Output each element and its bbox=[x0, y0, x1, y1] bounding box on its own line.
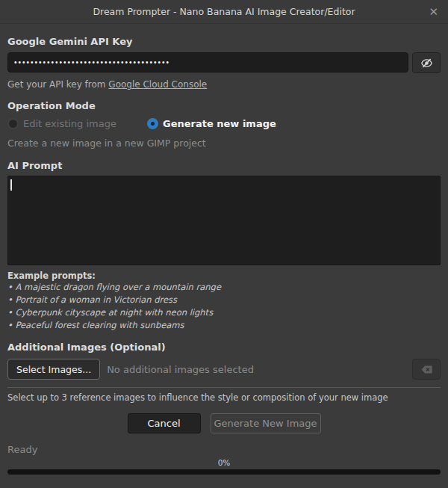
backspace-clear-icon bbox=[420, 363, 433, 376]
example-prompt-item: • Peaceful forest clearing with sunbeams bbox=[7, 319, 441, 332]
operation-mode-options: Edit existing image Generate new image bbox=[7, 118, 441, 129]
text-cursor bbox=[10, 179, 12, 191]
google-cloud-console-link[interactable]: Google Cloud Console bbox=[108, 79, 207, 90]
operation-mode-label: Operation Mode bbox=[7, 100, 441, 111]
status-text: Ready bbox=[7, 444, 441, 455]
api-key-label: Google Gemini API Key bbox=[7, 36, 441, 47]
radio-generate-new-image[interactable]: Generate new image bbox=[147, 118, 276, 129]
toggle-visibility-button[interactable] bbox=[412, 52, 441, 73]
cancel-button[interactable]: Cancel bbox=[128, 413, 201, 433]
select-images-button[interactable]: Select Images... bbox=[7, 359, 100, 380]
clear-images-button[interactable] bbox=[412, 359, 441, 380]
api-key-help-text: Get your API key from bbox=[7, 79, 108, 90]
radio-edit-existing-image[interactable]: Edit existing image bbox=[7, 118, 116, 129]
progress-bar bbox=[7, 469, 441, 475]
api-key-input[interactable] bbox=[7, 52, 408, 72]
api-key-row bbox=[7, 52, 441, 73]
api-key-help: Get your API key from Google Cloud Conso… bbox=[7, 79, 441, 90]
eye-off-icon bbox=[420, 57, 433, 70]
additional-images-row: Select Images... No additional images se… bbox=[7, 359, 441, 380]
radio-on-icon bbox=[147, 118, 158, 129]
additional-images-hint: Select up to 3 reference images to influ… bbox=[7, 392, 441, 403]
progress-percent-label: 0% bbox=[7, 458, 441, 467]
example-prompt-item: • Cyberpunk cityscape at night with neon… bbox=[7, 306, 441, 319]
radio-edit-label: Edit existing image bbox=[23, 118, 116, 129]
example-prompts-title: Example prompts: bbox=[7, 271, 441, 281]
divider bbox=[7, 387, 441, 388]
ai-prompt-textarea[interactable] bbox=[7, 176, 441, 265]
window-title: Dream Prompter - Nano Banana AI Image Cr… bbox=[93, 6, 355, 17]
ai-prompt-label: AI Prompt bbox=[7, 160, 441, 171]
dialog-body: Google Gemini API Key Get your API key f… bbox=[0, 36, 448, 475]
title-bar: Dream Prompter - Nano Banana AI Image Cr… bbox=[0, 0, 448, 24]
close-icon[interactable]: ✕ bbox=[429, 6, 438, 17]
additional-images-label: Additional Images (Optional) bbox=[7, 342, 441, 353]
radio-off-icon bbox=[7, 118, 19, 129]
example-prompt-item: • A majestic dragon flying over a mounta… bbox=[7, 281, 441, 294]
radio-generate-label: Generate new image bbox=[163, 118, 276, 129]
generate-new-image-button[interactable]: Generate New Image bbox=[211, 413, 321, 433]
operation-mode-description: Create a new image in a new GIMP project bbox=[7, 138, 441, 149]
example-prompt-item: • Portrait of a woman in Victorian dress bbox=[7, 294, 441, 306]
action-buttons: Cancel Generate New Image bbox=[7, 413, 441, 433]
images-selected-status: No additional images selected bbox=[107, 364, 254, 375]
